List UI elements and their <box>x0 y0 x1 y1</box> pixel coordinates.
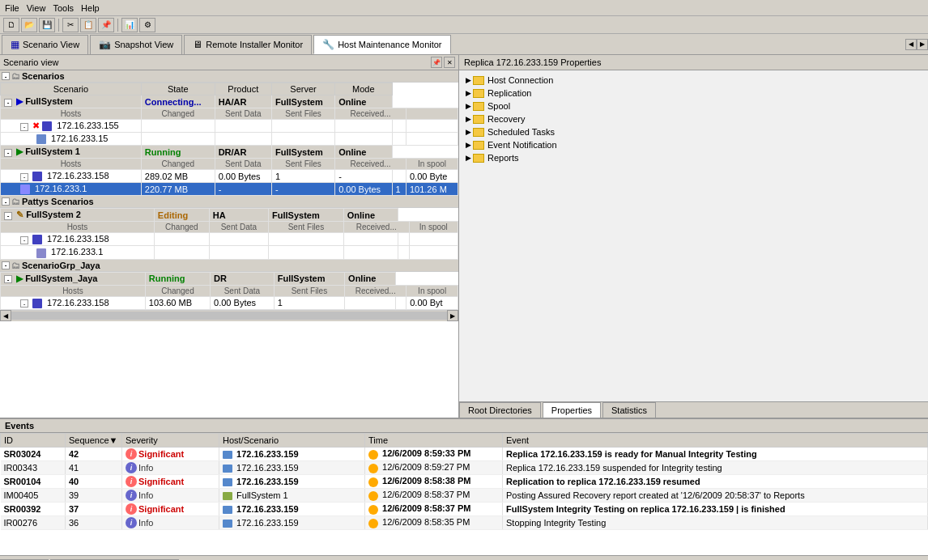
menu-file[interactable]: File <box>2 2 23 14</box>
scroll-right-arrow[interactable]: ▶ <box>447 310 458 321</box>
host-row-1[interactable]: 172.16.233.1 220.77 MB - - 0.00 Bytes 1 … <box>1 183 458 196</box>
event-row-im00405[interactable]: IM00405 39 i Info FullSystem 1 <box>1 489 928 503</box>
col-severity[interactable]: Severity <box>122 434 219 448</box>
prop-spool[interactable]: ▶ Spool <box>462 100 925 112</box>
col-product[interactable]: Product <box>215 83 271 95</box>
col-state[interactable]: State <box>141 83 215 95</box>
scenario-fullsystem1-name: - ▶ FullSystem 1 <box>1 146 142 159</box>
event-row-ir00343[interactable]: IR00343 41 i Info 172.16.233.159 <box>1 461 928 475</box>
fullsystem-host-header: Hosts Changed Sent Data Sent Files Recei… <box>1 108 458 120</box>
toolbar-cut[interactable]: ✂ <box>62 18 79 32</box>
tab-remote-installer[interactable]: 🖥 Remote Installer Monitor <box>184 35 312 54</box>
jaya-host-158[interactable]: - 172.16.233.158 103.60 MB 0.00 Bytes 1 … <box>1 296 458 309</box>
scenario-close-btn[interactable]: ✕ <box>444 57 455 68</box>
group-jaya-label: ScenarioGrp_Jaya <box>22 261 100 270</box>
toolbar-copy[interactable]: 📋 <box>80 18 96 32</box>
event-row-sr03024[interactable]: SR03024 42 i Significant 172.16.233.159 <box>1 448 928 461</box>
host-expand-158[interactable]: - <box>20 173 28 181</box>
subhdr-sentfiles: Sent Files <box>272 108 335 120</box>
events-table-wrap[interactable]: ID Sequence▼ Severity Host/Scenario Time… <box>0 433 928 555</box>
group-scenarios-expand[interactable]: - <box>2 72 10 80</box>
table-fullsystem: Scenario State Product Server Mode - <box>0 83 458 196</box>
event-text-sr00392: FullSystem Integrity Testing on replica … <box>503 503 928 516</box>
scenario-fullsystem-name: - ▶ FullSystem <box>1 95 142 108</box>
tab-host-maintenance-label: Host Maintenance Monitor <box>338 40 441 49</box>
toolbar-chart[interactable]: 📊 <box>121 18 138 32</box>
scenario-fullsystem2-row[interactable]: - ✎ FullSystem 2 Editing HA FullSystem O… <box>1 209 458 222</box>
tab-root-directories[interactable]: Root Directories <box>459 402 541 418</box>
folder-icon-5 <box>473 128 484 137</box>
prop-host-connection[interactable]: ▶ Host Connection <box>462 74 925 87</box>
col-server[interactable]: Server <box>272 83 335 95</box>
pattys-host-158[interactable]: - 172.16.233.158 <box>1 233 458 246</box>
col-mode[interactable]: Mode <box>335 83 392 95</box>
prop-scheduled-tasks[interactable]: ▶ Scheduled Tasks <box>462 125 925 138</box>
prop-expand-icon-7: ▶ <box>466 154 471 162</box>
scenario-fullsystem1-row[interactable]: - ▶ FullSystem 1 Running DR/AR FullSyste… <box>1 146 458 159</box>
group-pattys-expand[interactable]: - <box>2 197 10 206</box>
host-sm-icon-3 <box>223 478 232 486</box>
event-row-sr00392[interactable]: SR00392 37 i Significant 172.16.233.159 <box>1 503 928 516</box>
event-time-ir00276: 12/6/2009 8:58:35 PM <box>365 516 503 530</box>
jaya-expand-158[interactable]: - <box>20 299 28 308</box>
folder-icon-7 <box>473 154 484 163</box>
toolbar-open[interactable]: 📂 <box>21 18 37 32</box>
pattys-host-header: HostsChangedSent DataSent FilesReceived.… <box>1 222 458 233</box>
host-row-158[interactable]: - 172.16.233.158 289.02 MB 0.00 Bytes 1 … <box>1 170 458 183</box>
scenario-expand-btn[interactable]: - <box>4 99 12 107</box>
col-host-scenario[interactable]: Host/Scenario <box>219 434 365 448</box>
group-jaya-icon: 🗂 <box>11 261 20 270</box>
host1-changed: 220.77 MB <box>141 183 215 196</box>
time-icon-4 <box>368 491 378 501</box>
menu-help[interactable]: Help <box>78 2 103 14</box>
group-jaya-expand[interactable]: - <box>2 261 10 269</box>
tab-scenario-view[interactable]: ▦ Scenario View <box>2 35 88 54</box>
toolbar-paste[interactable]: 📌 <box>98 18 114 32</box>
scenario1-expand-btn[interactable]: - <box>4 149 12 157</box>
jaya-expand-btn[interactable]: - <box>4 275 12 283</box>
host-row-155[interactable]: - ✖ 172.16.233.155 <box>1 120 458 133</box>
col-time[interactable]: Time <box>365 434 503 448</box>
host-ip-155: - ✖ 172.16.233.155 <box>1 120 142 133</box>
scenario-pin-btn[interactable]: 📌 <box>431 57 442 68</box>
menu-view[interactable]: View <box>23 2 49 14</box>
tab-snapshot-view[interactable]: 📷 Snapshot View <box>90 35 182 54</box>
col-id[interactable]: ID <box>1 434 66 448</box>
toolbar-settings[interactable]: ⚙ <box>139 18 155 32</box>
pattys-expand-158[interactable]: - <box>20 236 28 244</box>
time-icon-5 <box>368 505 378 515</box>
tab-statistics[interactable]: Statistics <box>602 402 656 418</box>
tab-scroll-right[interactable]: ▶ <box>917 39 928 50</box>
tab-scroll-left[interactable]: ◀ <box>905 39 917 50</box>
scenario-fullsystem1-product: DR/AR <box>215 146 271 159</box>
scroll-left-arrow[interactable]: ◀ <box>0 310 11 321</box>
host-sm-icon-2 <box>223 465 232 473</box>
prop-event-notification[interactable]: ▶ Event Notification <box>462 138 925 151</box>
scroll-track-horizontal[interactable] <box>11 312 447 320</box>
prop-recovery[interactable]: ▶ Recovery <box>462 112 925 125</box>
toolbar-save[interactable]: 💾 <box>39 18 55 32</box>
tab-host-maintenance[interactable]: 🔧 Host Maintenance Monitor <box>313 35 450 54</box>
tab-properties[interactable]: Properties <box>543 402 601 418</box>
event-row-ir00276[interactable]: IR00276 36 i Info 172.16.233.159 <box>1 516 928 530</box>
scenario-fullsystem2-mode: Online <box>343 209 398 222</box>
col-sequence[interactable]: Sequence▼ <box>66 434 122 448</box>
col-scenario[interactable]: Scenario <box>1 83 142 95</box>
col-event[interactable]: Event <box>503 434 928 448</box>
toolbar-new[interactable]: 🗋 <box>3 18 19 32</box>
scenario-fullsystem2-product: HA <box>209 209 268 222</box>
scenario-fullsystem-row[interactable]: - ▶ FullSystem Connecting... HA/AR FullS… <box>1 95 458 108</box>
folder-icon-2 <box>473 89 484 98</box>
event-row-sr00104[interactable]: SR00104 40 i Significant 172.16.233.159 <box>1 475 928 489</box>
menu-tools[interactable]: Tools <box>49 2 77 14</box>
scenario2-expand-btn[interactable]: - <box>4 212 12 220</box>
prop-reports[interactable]: ▶ Reports <box>462 151 925 164</box>
pattys-host-1[interactable]: 172.16.233.1 <box>1 246 458 259</box>
host-expand-155[interactable]: - <box>20 123 28 131</box>
host-row-15[interactable]: 172.16.233.15 <box>1 133 458 146</box>
host-icon-15 <box>36 134 46 144</box>
event-sev-ir00276: i Info <box>122 516 219 530</box>
prop-replication[interactable]: ▶ Replication <box>462 87 925 100</box>
sev-icon-sig3: i <box>126 503 137 515</box>
scenario-jaya-row[interactable]: - ▶ FullSystem_Jaya Running DR FullSyste… <box>1 272 458 285</box>
